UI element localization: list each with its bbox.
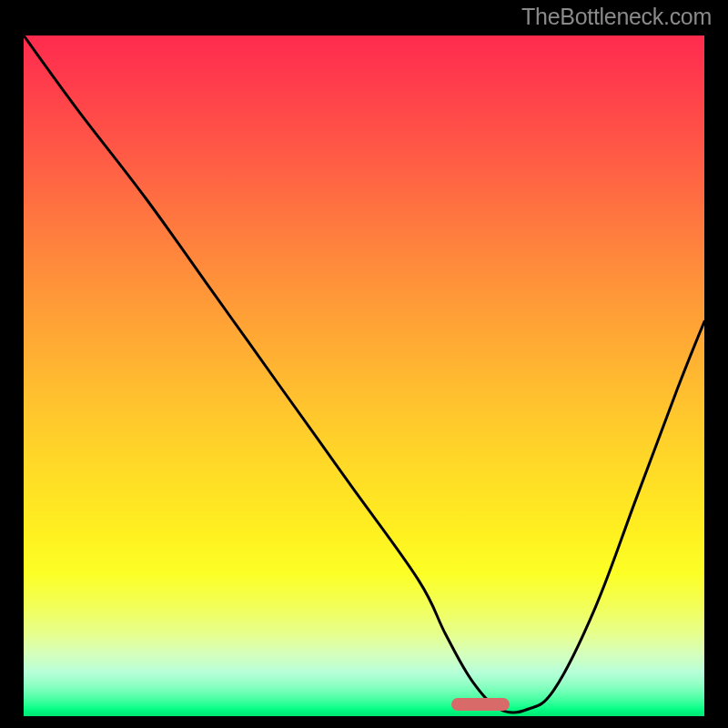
chart-frame (18, 30, 710, 722)
watermark-text: TheBottleneck.com (521, 4, 712, 30)
curve-path (24, 35, 704, 713)
optimum-marker (451, 698, 510, 711)
line-curve (24, 35, 704, 716)
